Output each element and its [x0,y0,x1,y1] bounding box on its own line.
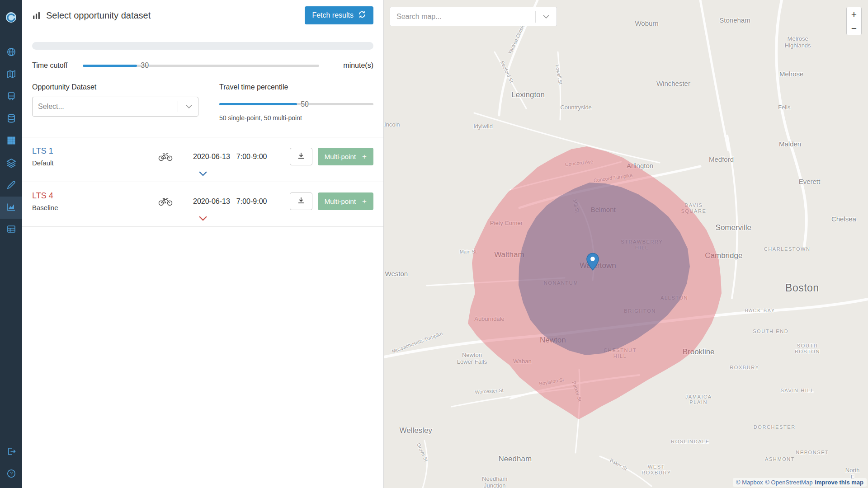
map-place-label: SOUTH END [753,328,788,334]
map-place-label: Malden [779,140,801,148]
map-place-label: Waltham [494,250,524,259]
map-place-label: Arlington [627,162,653,170]
search-input[interactable] [390,13,535,21]
analysis-variant: Default [32,159,158,167]
time-cutoff-label: Time cutoff [32,61,83,70]
opportunity-dataset-label: Opportunity Dataset [32,83,198,91]
map-search-control [390,7,557,26]
download-button[interactable] [290,148,312,165]
map-place-label: Newton [540,336,566,345]
time-cutoff-value: 30 [141,61,149,70]
map-place-label: Weston [385,270,408,278]
map-place-label: ASHMONT [765,456,795,462]
map-label-layer: WoburnStonehamMelrose HighlandsMelroseWi… [384,0,868,488]
map-place-label: SOUTH BOSTON [795,343,820,355]
map-place-label: Countryside [560,104,591,111]
chevron-down-icon [186,104,192,109]
download-icon [297,197,305,206]
multi-point-button[interactable]: Multi-point + [318,148,373,165]
analysis-name-link[interactable]: LTS 1 [32,146,53,156]
sign-out-button[interactable] [0,441,22,463]
sidebar: ? [0,0,22,488]
chart-icon [6,202,16,214]
map-place-label: Parker St [571,380,583,402]
bus-icon [6,91,16,103]
map-place-label: Brookline [683,347,715,357]
analysis-name-link[interactable]: LTS 4 [32,191,53,201]
map-place-label: ROSLINDALE [671,439,710,445]
zoom-in-button[interactable]: + [847,7,861,21]
bicycle-icon [158,197,181,206]
map-place-label: Idylwild [473,123,493,130]
sidebar-item-analysis[interactable] [0,197,22,219]
map-place-label: Concord Turnpike [593,173,633,184]
sidebar-item-regions[interactable] [0,42,22,64]
improve-map-link[interactable]: Improve this map [815,479,863,486]
analysis-row-lts4: LTS 4 Baseline 2020-06-13 7:00-9:00 [22,182,383,227]
expand-chevron-button[interactable] [199,171,207,176]
table-icon [6,224,16,236]
left-panel: Select opportunity dataset Fetch results… [22,0,384,488]
map-place-label: Stoneham [719,17,750,25]
sidebar-item-grids[interactable] [0,130,22,152]
osm-attribution-link[interactable]: © OpenStreetMap [765,479,812,486]
expand-chevron-button[interactable] [199,216,207,221]
map-place-label: Concord Ave [565,159,594,167]
map-place-label: CHESTNUT HILL [604,347,637,359]
search-chevron-button[interactable] [536,7,557,26]
map-place-label: Somerville [716,223,751,232]
app-root: ? Select opportunity dataset Fetch resul… [0,0,868,488]
sidebar-item-projects[interactable] [0,64,22,86]
map-place-label: Fells [778,104,790,111]
sidebar-item-regional[interactable] [0,219,22,241]
map-place-label: WEST ROXBURY [642,464,671,476]
travel-time-percentile-label: Travel time percentile [219,83,373,91]
map-place-label: Lowell St [554,64,563,85]
plus-icon: + [362,152,367,161]
map-place-label: Mill St [572,199,580,213]
time-cutoff-slider[interactable]: 30 [83,65,319,67]
mapbox-attribution-link[interactable]: © Mapbox [736,479,763,486]
map-place-label: NONANTUM [544,280,578,286]
app-logo[interactable] [0,5,22,29]
analysis-variant: Baseline [32,204,158,211]
map-place-label: Boylston St [538,376,564,386]
bicycle-icon [158,152,181,161]
map-place-label: Melrose [779,70,803,78]
map-place-label: Grove St [415,442,429,463]
multi-point-button[interactable]: Multi-point + [318,192,373,210]
fetch-results-button[interactable]: Fetch results [305,6,373,24]
sidebar-item-transit[interactable] [0,86,22,108]
travel-time-percentile-slider[interactable]: 50 [219,103,373,105]
select-placeholder: Select... [38,103,64,111]
sidebar-item-datasets[interactable] [0,108,22,130]
regional-analyses-list: LTS 1 Default 2020-06-13 7:00-9:00 [22,137,383,227]
page-title: Select opportunity dataset [46,10,151,21]
map-place-label: Everett [799,178,821,186]
map-canvas[interactable]: WoburnStonehamMelrose HighlandsMelroseWi… [384,0,868,488]
analysis-row-lts1: LTS 1 Default 2020-06-13 7:00-9:00 [22,137,383,182]
sidebar-item-edit[interactable] [0,174,22,197]
download-button[interactable] [290,192,312,210]
map-place-label: BACK BAY [745,307,775,313]
map-place-label: Melrose Highlands [785,35,811,49]
map-place-label: Boston [785,282,819,295]
map-place-label: Lexington [511,90,545,99]
map-place-label: Main St [460,249,476,255]
map-place-label: Auburndale [474,316,505,323]
map-place-label: Massachusetts Turnpike [391,331,443,355]
map-icon [6,69,16,81]
panel-header: Select opportunity dataset Fetch results [22,0,383,31]
map-place-label: NEPONSET [796,450,829,455]
sidebar-item-layers[interactable] [0,152,22,174]
map-place-label: JAMAICA PLAIN [685,394,712,406]
help-button[interactable]: ? [0,463,22,485]
origin-marker[interactable] [586,253,599,272]
opportunity-dataset-select[interactable]: Select... [32,97,198,117]
layers-icon [6,158,16,169]
map-place-label: SAVIN HILL [780,388,814,394]
plus-icon: + [362,197,367,206]
refresh-icon [358,10,366,20]
zoom-out-button[interactable]: − [847,21,861,35]
map-place-label: CHARLESTOWN [764,246,811,252]
